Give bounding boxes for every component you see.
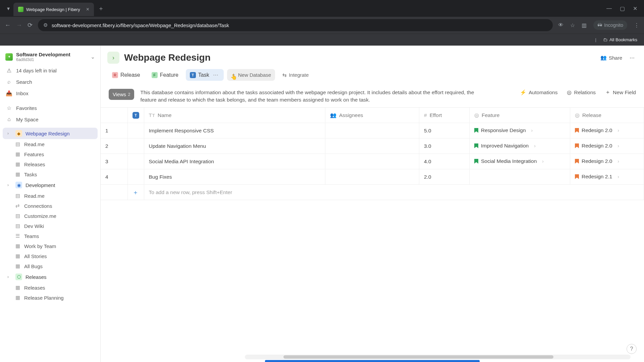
collapse-button[interactable]: ›: [107, 52, 119, 64]
dev-child-allstories[interactable]: ▦All Stories: [0, 251, 100, 261]
type-column-header[interactable]: T: [127, 108, 144, 123]
rel-child-releases[interactable]: ▦Releases: [0, 283, 100, 293]
cell-effort[interactable]: 5.0: [419, 123, 470, 138]
cell-assignees[interactable]: [325, 154, 419, 169]
cell-effort[interactable]: 2.0: [419, 169, 470, 185]
eye-off-icon[interactable]: 👁: [558, 22, 564, 28]
relations-button[interactable]: ◎Relations: [567, 89, 596, 96]
share-button[interactable]: 👥 Share: [600, 55, 622, 61]
cell-effort[interactable]: 4.0: [419, 154, 470, 169]
page-menu-icon[interactable]: ⋯: [630, 55, 635, 61]
reload-icon[interactable]: ⟳: [28, 21, 33, 29]
chevron-right-icon[interactable]: ›: [7, 131, 12, 136]
tab-menu-icon[interactable]: ⋯: [212, 72, 220, 78]
tab-task[interactable]: T Task ⋯: [186, 69, 224, 81]
dev-child-customize[interactable]: ▤Customize.me: [0, 211, 100, 221]
browser-menu-icon[interactable]: ⋮: [634, 22, 639, 28]
cell-release[interactable]: Redesign 2.0›: [570, 123, 644, 138]
space-child-readme[interactable]: ▤Read.me: [0, 139, 100, 149]
column-release[interactable]: ◎Release: [570, 108, 644, 123]
scrollbar-thumb[interactable]: [283, 355, 553, 359]
dev-child-workbyteam[interactable]: ▦Work by Team: [0, 241, 100, 251]
tab-release[interactable]: R Release: [108, 69, 144, 81]
cell-name[interactable]: Bug Fixes: [144, 169, 325, 185]
space-child-features[interactable]: ▦Features: [0, 149, 100, 159]
cell-feature[interactable]: Improved Navigation›: [470, 138, 570, 154]
chevron-right-icon[interactable]: ›: [534, 143, 536, 148]
views-button[interactable]: Views 2: [109, 89, 134, 100]
chevron-right-icon[interactable]: ›: [618, 143, 619, 148]
cell-assignees[interactable]: [325, 138, 419, 154]
browser-tab[interactable]: Webpage Redesign | Fibery ×: [13, 3, 94, 16]
column-effort[interactable]: #Effort: [419, 108, 470, 123]
help-button[interactable]: ?: [627, 344, 637, 354]
space-releases[interactable]: › ⎔ Releases: [3, 271, 98, 283]
incognito-indicator[interactable]: 🕶 Incognito: [593, 20, 627, 30]
tab-search-dropdown[interactable]: ▾: [3, 5, 13, 12]
new-field-button[interactable]: ＋New Field: [605, 89, 636, 96]
column-feature[interactable]: ◎Feature: [470, 108, 570, 123]
space-child-tasks[interactable]: ▦Tasks: [0, 169, 100, 179]
side-panel-icon[interactable]: ▥: [582, 22, 587, 28]
sidebar-favorites[interactable]: ☆ Favorites: [0, 102, 100, 114]
chevron-right-icon[interactable]: ›: [618, 159, 619, 164]
cell-assignees[interactable]: [325, 123, 419, 138]
chevron-right-icon[interactable]: ›: [531, 128, 533, 133]
cell-feature[interactable]: Social Media Integration›: [470, 154, 570, 169]
dev-child-devwiki[interactable]: ▤Dev Wiki: [0, 221, 100, 231]
close-window-icon[interactable]: ✕: [633, 5, 637, 12]
table-row[interactable]: 2Update Navigation Menu3.0Improved Navig…: [101, 138, 644, 154]
dev-child-teams[interactable]: ☰Teams: [0, 231, 100, 241]
tab-feature[interactable]: F Feature: [148, 69, 182, 81]
cell-release[interactable]: Redesign 2.0›: [570, 154, 644, 169]
new-tab-button[interactable]: ＋: [98, 4, 104, 12]
sidebar-inbox[interactable]: 📥 Inbox: [0, 87, 100, 99]
sidebar-myspace[interactable]: ⌂ My Space: [0, 114, 100, 125]
chevron-right-icon[interactable]: ›: [618, 128, 619, 133]
new-database-button[interactable]: ＋ New Database 👆: [227, 69, 275, 81]
chevron-right-icon[interactable]: ›: [7, 183, 12, 187]
all-bookmarks-link[interactable]: All Bookmarks: [609, 37, 637, 42]
cell-assignees[interactable]: [325, 169, 419, 185]
trial-notice[interactable]: ⚠ 14 days left in trial: [0, 65, 100, 76]
column-assignees[interactable]: 👥Assignees: [325, 108, 419, 123]
cell-release[interactable]: Redesign 2.0›: [570, 138, 644, 154]
table-row[interactable]: 1Implement Responsive CSS5.0Responsive D…: [101, 123, 644, 138]
chevron-right-icon[interactable]: ›: [542, 159, 544, 164]
workspace-switcher[interactable]: Software Development 6ad8d3d1 ⌄: [0, 49, 100, 65]
space-development[interactable]: › ◉ Development: [3, 179, 98, 191]
rel-child-planning[interactable]: ▦Release Planning: [0, 293, 100, 303]
cell-name[interactable]: Implement Responsive CSS: [144, 123, 325, 138]
url-bar[interactable]: ⚙ software-development.fibery.io/fibery/…: [38, 19, 553, 31]
table-row[interactable]: 3Social Media API Integration4.0Social M…: [101, 154, 644, 169]
cell-feature[interactable]: [470, 169, 570, 185]
cell-name[interactable]: Update Navigation Menu: [144, 138, 325, 154]
cell-name[interactable]: Social Media API Integration: [144, 154, 325, 169]
cell-feature[interactable]: Responsive Design›: [470, 123, 570, 138]
add-row[interactable]: ＋To add a new row, press Shift+Enter: [101, 185, 644, 200]
chevron-right-icon[interactable]: ›: [618, 174, 619, 179]
add-row-plus[interactable]: ＋: [127, 185, 144, 200]
close-tab-icon[interactable]: ×: [86, 6, 89, 12]
space-child-releases[interactable]: ▦Releases: [0, 159, 100, 169]
column-name[interactable]: TᴛName: [144, 108, 325, 123]
chevron-down-icon[interactable]: ⌄: [91, 54, 95, 60]
cell-release[interactable]: Redesign 2.1›: [570, 169, 644, 185]
dev-child-allbugs[interactable]: ▦All Bugs: [0, 261, 100, 271]
site-settings-icon[interactable]: ⚙: [43, 22, 48, 28]
horizontal-scrollbar[interactable]: [245, 355, 631, 359]
automations-button[interactable]: ⚡Automations: [520, 89, 557, 96]
cell-effort[interactable]: 3.0: [419, 138, 470, 154]
dev-child-connections[interactable]: ⇄Connections: [0, 201, 100, 211]
forward-icon[interactable]: →: [16, 22, 22, 29]
dev-child-readme[interactable]: ▤Read.me: [0, 191, 100, 201]
space-webpage-redesign[interactable]: › ◆ Webpage Redesign: [3, 128, 98, 139]
back-icon[interactable]: ←: [5, 22, 11, 29]
maximize-icon[interactable]: ▢: [620, 5, 625, 12]
minimize-icon[interactable]: —: [606, 5, 612, 12]
sidebar-search[interactable]: ⌕ Search: [0, 76, 100, 87]
chevron-right-icon[interactable]: ›: [7, 275, 12, 279]
table-row[interactable]: 4Bug Fixes2.0Redesign 2.1›: [101, 169, 644, 185]
bookmark-star-icon[interactable]: ☆: [570, 22, 575, 28]
integrate-button[interactable]: ⇆ Integrate: [278, 69, 313, 81]
